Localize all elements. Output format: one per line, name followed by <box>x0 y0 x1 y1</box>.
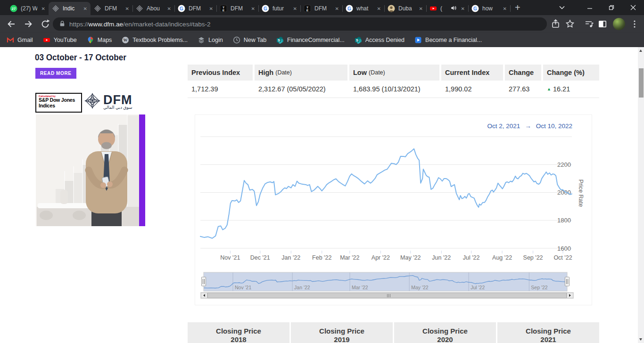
tab-close-icon[interactable]: ✕ <box>335 6 339 11</box>
browser-tab[interactable]: Abou✕ <box>132 2 174 15</box>
scroll-up-icon[interactable] <box>639 49 642 52</box>
tab-closing-price-2018[interactable]: Closing Price2018 <box>188 322 289 343</box>
svg-text:Jun '22: Jun '22 <box>432 254 451 261</box>
dfm-icon <box>136 5 143 12</box>
browser-tab[interactable]: GDFM✕ <box>174 2 216 15</box>
scroll-left-icon[interactable] <box>201 293 207 298</box>
svg-text:Nov '21: Nov '21 <box>220 254 240 261</box>
bookmark-youtube[interactable]: YouTube <box>43 36 77 44</box>
price-chart[interactable]: 2200200018001600Nov '21Dec '21Jan '22Feb… <box>195 115 592 305</box>
url-text: https://www.dfm.ae/en/market-data/indice… <box>69 21 210 28</box>
whatsapp-icon: 27 <box>10 5 17 12</box>
y-axis-title: Price Rate <box>578 180 584 207</box>
tab-title: DFM <box>314 5 331 12</box>
share-icon[interactable] <box>550 18 561 30</box>
header-sublabel: (Date) <box>369 69 385 76</box>
bookmark-star-icon[interactable] <box>564 18 576 30</box>
bookmark-financecommercial[interactable]: SFinanceCommercial... <box>276 36 345 44</box>
lock-icon <box>59 20 65 28</box>
dfm-icon <box>94 5 101 12</box>
tab-closing-price-2019[interactable]: Closing Price2019 <box>291 322 393 343</box>
read-more-button[interactable]: READ MORE <box>35 68 76 79</box>
svg-text:1800: 1800 <box>557 217 571 224</box>
column-header: Change (%) <box>543 65 599 81</box>
bookmark-gmail[interactable]: Gmail <box>7 36 33 44</box>
tab-close-icon[interactable]: ✕ <box>293 6 297 11</box>
chart-scrollbar[interactable] <box>200 292 574 299</box>
tab-title: Abou <box>147 5 163 12</box>
browser-tab[interactable]: 27(27) W✕ <box>7 2 49 15</box>
media-controls-icon[interactable] <box>584 18 595 30</box>
svg-text:E: E <box>223 9 224 12</box>
tab-audio-icon[interactable] <box>450 5 457 13</box>
maximize-button[interactable] <box>601 0 622 15</box>
bookmark-new-tab[interactable]: New Tab <box>233 36 266 44</box>
forward-icon[interactable] <box>23 18 34 30</box>
close-window-button[interactable] <box>622 0 644 15</box>
page-scrollbar[interactable] <box>638 47 644 343</box>
scrollbar-grip-icon <box>387 294 390 297</box>
tab-title: Indic <box>63 5 79 12</box>
page-scrollbar-thumb[interactable] <box>639 68 644 98</box>
menu-dots-icon[interactable] <box>629 18 640 30</box>
tab-search-chevron-icon[interactable] <box>555 0 569 15</box>
browser-tab[interactable]: TEDFM✕ <box>216 2 258 15</box>
svg-text:Jan '22: Jan '22 <box>294 285 310 290</box>
tab-label-line2: 2019 <box>291 335 393 343</box>
scrollbar-thumb[interactable] <box>207 293 567 298</box>
stat-value-text: 1,683.95 (10/13/2021) <box>353 85 421 93</box>
layers-icon <box>198 36 205 44</box>
reload-icon[interactable] <box>40 18 51 30</box>
scroll-down-icon[interactable] <box>639 338 642 341</box>
tab-title: Duba <box>398 5 415 12</box>
tab-close-icon[interactable]: ✕ <box>419 6 423 11</box>
bookmark-label: Become a Financial... <box>425 37 482 43</box>
grid-lines <box>200 137 572 248</box>
tab-label-line1: Closing Price <box>188 327 289 335</box>
bookmark-label: Gmail <box>17 37 33 43</box>
bookmark-login[interactable]: Login <box>198 36 223 44</box>
browser-tab[interactable]: Ghow✕ <box>468 2 510 15</box>
navigator-handle-right[interactable] <box>565 277 570 286</box>
browser-tab[interactable]: DFM✕ <box>91 2 132 15</box>
tab-closing-price-2021[interactable]: Closing Price2021 <box>497 322 599 343</box>
tab-close-icon[interactable]: ✕ <box>377 6 381 11</box>
tab-closing-price-2020[interactable]: Closing Price2020 <box>394 322 496 343</box>
bookmark-become-a-financial[interactable]: Become a Financial... <box>414 36 482 44</box>
minimize-button[interactable] <box>579 0 601 15</box>
tab-close-icon[interactable]: ✕ <box>83 6 87 11</box>
tab-label-line1: Closing Price <box>394 327 496 335</box>
side-panel-icon[interactable] <box>597 18 608 30</box>
browser-tab[interactable]: Gfutur✕ <box>258 2 300 15</box>
navigator-handle-left[interactable] <box>202 277 206 286</box>
svg-text:G: G <box>347 6 351 11</box>
scroll-right-icon[interactable] <box>567 293 573 298</box>
tab-close-icon[interactable]: ✕ <box>251 6 255 11</box>
tab-close-icon[interactable]: ✕ <box>461 6 465 11</box>
tab-close-icon[interactable]: ✕ <box>41 6 45 11</box>
browser-tab[interactable]: (✕ <box>426 2 468 15</box>
gmail-icon <box>7 36 14 44</box>
bookmark-access-denied[interactable]: SAccess Denied <box>355 36 405 44</box>
tab-close-icon[interactable]: ✕ <box>503 6 507 11</box>
svg-text:2000: 2000 <box>557 189 571 196</box>
svg-text:G: G <box>473 6 477 11</box>
tab-close-icon[interactable]: ✕ <box>167 6 171 11</box>
person-icon <box>388 5 395 12</box>
profile-avatar[interactable] <box>613 18 625 30</box>
tab-close-icon[interactable]: ✕ <box>209 6 213 11</box>
browser-tab[interactable]: Duba✕ <box>384 2 426 15</box>
back-icon[interactable] <box>6 18 17 30</box>
svg-text:Dec '21: Dec '21 <box>250 254 270 261</box>
bookmark-maps[interactable]: Maps <box>87 36 112 44</box>
address-bar[interactable]: https://www.dfm.ae/en/market-data/indice… <box>53 17 547 31</box>
tab-title: DFM <box>105 5 121 12</box>
bookmark-textbook-problems[interactable]: WTextbook Problems... <box>122 36 188 44</box>
browser-tab[interactable]: Gwhat✕ <box>342 2 384 15</box>
tab-close-icon[interactable]: ✕ <box>125 6 129 11</box>
column-header: Low(Date) <box>349 65 439 81</box>
tab-label-line2: 2018 <box>188 335 289 343</box>
browser-tab[interactable]: Indic✕ <box>49 2 91 15</box>
new-tab-button[interactable]: + <box>515 2 520 13</box>
browser-tab[interactable]: TEDFM✕ <box>300 2 342 15</box>
